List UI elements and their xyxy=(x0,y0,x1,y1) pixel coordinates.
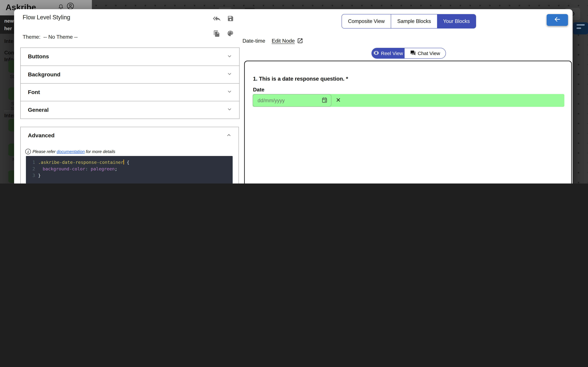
nav-fragment: her xyxy=(4,25,12,31)
css-property: background-color xyxy=(43,166,85,171)
info-icon: i xyxy=(25,149,31,154)
calendar-icon[interactable] xyxy=(321,97,328,104)
accordion-label: Buttons xyxy=(28,53,49,60)
arrow-left-icon xyxy=(553,16,562,24)
date-input[interactable]: dd/mm/yyyy xyxy=(253,94,331,107)
undo-all-button[interactable] xyxy=(212,15,221,23)
accordion-label: General xyxy=(28,107,49,113)
clear-date-button[interactable] xyxy=(334,96,343,105)
date-placeholder: dd/mm/yyyy xyxy=(258,98,321,103)
code-line: 3 } xyxy=(26,172,233,179)
accordion-buttons[interactable]: Buttons xyxy=(21,48,239,66)
question-text: 1. This is a date response question. * xyxy=(253,76,348,82)
accordion-label: Background xyxy=(28,71,60,78)
save-icon xyxy=(227,15,234,23)
palette-section-heading: Inter xyxy=(4,113,15,119)
copy-theme-button[interactable] xyxy=(212,30,221,38)
accordion-font[interactable]: Font xyxy=(21,83,239,101)
blocks-view-tabs: Composite View Sample Blocks Your Blocks xyxy=(342,14,476,28)
flow-level-styling-dialog: Flow Level Styling Theme: -- No Theme -- xyxy=(14,9,573,184)
copy-icon xyxy=(213,30,220,38)
dialog-title: Flow Level Styling xyxy=(23,14,70,21)
css-value: palegreen xyxy=(91,166,115,171)
tab-sample-blocks[interactable]: Sample Blocks xyxy=(391,14,437,28)
x-mark-icon xyxy=(336,97,341,104)
accordion-label: Font xyxy=(28,89,40,96)
chevron-up-icon xyxy=(226,133,231,139)
advanced-note: i Please refer documentation for more de… xyxy=(25,149,115,154)
chat-view-icon xyxy=(410,50,416,57)
screen: Askribe new her Inte Conv Infor State Se… xyxy=(0,0,588,184)
reel-view-icon xyxy=(373,50,379,57)
open-in-new-icon[interactable] xyxy=(297,38,303,45)
accordion-label: Advanced xyxy=(28,132,55,139)
css-code-editor[interactable]: 1 .askribe-date-response-container { 2 b… xyxy=(26,156,233,184)
theme-row: Theme: -- No Theme -- xyxy=(23,34,78,40)
chevron-down-icon xyxy=(227,54,232,60)
code-line: 1 .askribe-date-response-container { xyxy=(26,159,233,166)
theme-label: Theme: xyxy=(23,34,41,40)
accordion-background[interactable]: Background xyxy=(21,66,239,83)
canvas-list-node[interactable] xyxy=(573,22,588,34)
css-selector: .askribe-date-response-container xyxy=(38,159,123,165)
chevron-down-icon xyxy=(227,107,232,113)
view-mode-toggle: Reel View Chat View xyxy=(372,48,446,59)
palette-icon xyxy=(227,30,234,38)
text-cursor xyxy=(123,159,124,165)
chevron-down-icon xyxy=(227,71,232,78)
documentation-link[interactable]: documentation xyxy=(57,149,85,154)
date-field-label: Date xyxy=(253,87,264,93)
palette-section-heading: Inte xyxy=(4,38,13,44)
tab-your-blocks[interactable]: Your Blocks xyxy=(437,14,476,28)
note-text: Please refer documentation for more deta… xyxy=(33,149,115,154)
accordion-general[interactable]: General xyxy=(21,101,239,119)
block-preview-panel: 1. This is a date response question. * D… xyxy=(244,61,572,184)
save-button[interactable] xyxy=(226,15,235,23)
code-line: 2 background-color: palegreen; xyxy=(26,166,233,172)
nav-fragment: new xyxy=(4,18,14,24)
tab-composite-view[interactable]: Composite View xyxy=(342,14,391,28)
edit-node-link[interactable]: Edit Node xyxy=(272,38,295,44)
node-type-label: Date-time xyxy=(242,38,265,44)
reel-view-toggle[interactable]: Reel View xyxy=(372,48,405,58)
back-button[interactable] xyxy=(547,14,568,26)
chevron-down-icon xyxy=(227,89,232,95)
style-accordion-group: Buttons Background Font General xyxy=(20,48,240,119)
chat-view-toggle[interactable]: Chat View xyxy=(405,48,446,58)
date-response-container: dd/mm/yyyy xyxy=(253,94,564,107)
palette-button[interactable] xyxy=(226,30,235,38)
undo-all-icon xyxy=(213,15,220,24)
accordion-advanced[interactable]: Advanced xyxy=(21,127,239,144)
theme-value: -- No Theme -- xyxy=(43,34,78,40)
